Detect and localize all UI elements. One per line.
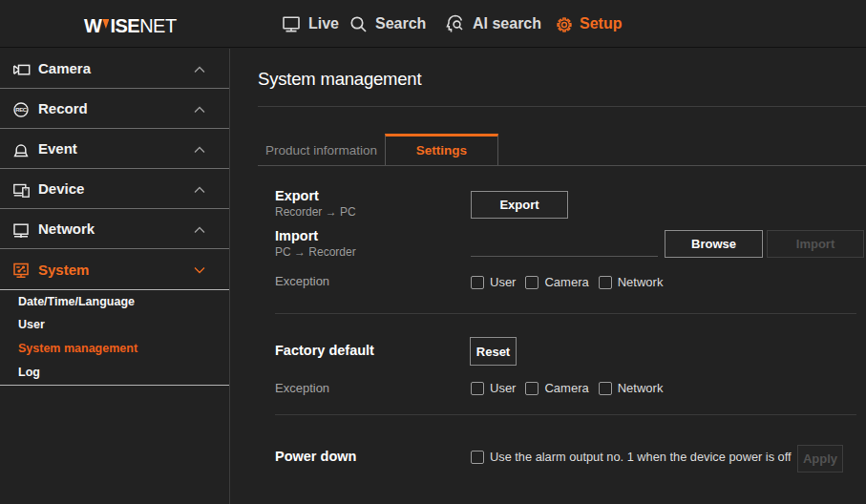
svg-text:REC: REC	[15, 107, 28, 113]
